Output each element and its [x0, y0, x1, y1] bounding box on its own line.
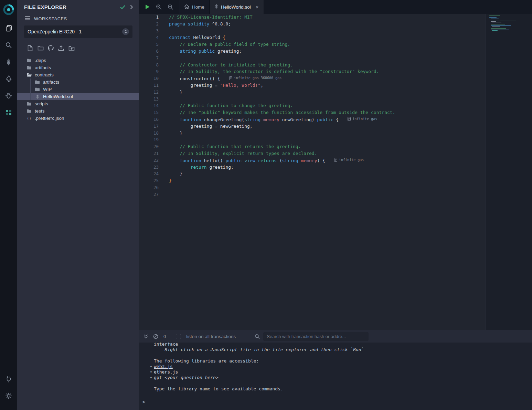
settings-gear-icon[interactable]	[2, 390, 15, 402]
minimap-line	[491, 31, 491, 31]
upload-folder-icon[interactable]	[68, 45, 75, 51]
file-tree-item-artifacts[interactable]: artifacts	[17, 78, 139, 86]
tab-home[interactable]: Home	[179, 0, 210, 14]
line-number: 25	[139, 177, 163, 184]
tab-helloworld-sol[interactable]: HelloWorld.sol ×	[210, 0, 264, 14]
file-tree-item-.deps[interactable]: .deps	[17, 57, 139, 64]
panel-title: FILE EXPLORER	[24, 4, 115, 10]
plugins-icon[interactable]	[2, 106, 15, 119]
zoom-in-icon[interactable]	[168, 4, 173, 10]
folder-icon	[34, 87, 40, 92]
code-line-27: 27	[139, 191, 486, 198]
plugin-manager-icon[interactable]	[2, 373, 15, 385]
code-line-14: 14 // Public function to change the gree…	[139, 102, 486, 109]
code-area[interactable]: 1// SPDX-License-Identifier: MIT2pragma …	[139, 14, 486, 330]
file-name: .deps	[35, 58, 46, 63]
github-clone-icon[interactable]	[47, 45, 54, 51]
file-tree-item-artifacts[interactable]: artifacts	[17, 64, 139, 71]
line-number: 9	[139, 68, 163, 75]
line-number: 27	[139, 191, 163, 198]
file-tree-item-wip[interactable]: WIP	[17, 86, 139, 93]
terminal-search-icon	[255, 334, 260, 339]
solidity-compiler-icon[interactable]	[2, 56, 15, 68]
main-panel: Home HelloWorld.sol × 1// SPDX-License-I…	[139, 0, 532, 410]
terminal-link[interactable]: web3.js	[154, 364, 173, 369]
minimap-line	[491, 25, 518, 25]
folder-icon	[26, 65, 32, 70]
play-button[interactable]	[145, 4, 150, 10]
new-folder-icon[interactable]	[37, 45, 44, 51]
bullet: •	[150, 369, 152, 375]
indent-guide	[30, 86, 31, 93]
line-number: 16	[139, 116, 163, 123]
file-tree-item-helloworld.sol[interactable]: HelloWorld.sol	[17, 93, 139, 100]
code-line-3: 3	[139, 28, 486, 34]
workspace-selector[interactable]: OpenZeppelin ERC20 - 1	[24, 25, 132, 38]
line-number: 24	[139, 170, 163, 177]
code-line-24: 24 }	[139, 170, 486, 177]
terminal-line: The following libraries are accessible:	[154, 358, 532, 364]
code-line-18: 18 }	[139, 130, 486, 137]
folder-open-icon	[26, 73, 32, 77]
workspace-options-icon[interactable]	[122, 28, 129, 35]
line-number: 6	[139, 48, 163, 55]
line-number: 19	[139, 136, 163, 143]
file-tree-item-contracts[interactable]: contracts	[17, 71, 139, 78]
file-tree-item-tests[interactable]: tests	[17, 107, 139, 115]
debugger-icon[interactable]	[2, 90, 15, 102]
line-number: 3	[139, 28, 163, 34]
line-number: 2	[139, 21, 163, 28]
line-number: 1	[139, 14, 163, 21]
terminal-link[interactable]: ethers.js	[154, 369, 178, 375]
solidity-file-icon	[215, 4, 218, 10]
terminal-line: •gpt <your question here>	[154, 375, 532, 380]
minimap-line	[491, 29, 508, 29]
code-line-8: 8 // Constructor to initialize the greet…	[139, 62, 486, 69]
file-tree-item-scripts[interactable]: scripts	[17, 100, 139, 107]
code-line-16: 16 function changeGreeting(string memory…	[139, 116, 486, 123]
minimap-line	[491, 30, 509, 30]
workspaces-label: WORKSPACES	[34, 17, 67, 21]
file-explorer-panel: FILE EXPLORER WORKSPACES OpenZeppelin ER…	[17, 0, 139, 410]
line-number: 4	[139, 34, 163, 41]
terminal-prompt[interactable]: >	[142, 399, 532, 405]
folder-icon	[26, 109, 32, 113]
upload-file-icon[interactable]	[58, 45, 64, 51]
gas-estimate-badge: infinite gas	[334, 157, 364, 164]
file-name: artifacts	[35, 65, 51, 70]
minimap[interactable]	[489, 15, 529, 33]
file-tree: .depsartifactscontractsartifactsWIPHello…	[17, 57, 139, 122]
expand-terminal-icon[interactable]	[143, 334, 148, 339]
workspaces-menu-icon[interactable]	[25, 16, 30, 21]
file-tree-item-.prettierrc.json[interactable]: {}.prettierrc.json	[17, 115, 139, 122]
code-line-1: 1// SPDX-License-Identifier: MIT	[139, 14, 486, 21]
zoom-out-icon[interactable]	[156, 4, 162, 10]
chevron-right-icon[interactable]	[130, 5, 133, 9]
listen-transactions-checkbox[interactable]	[176, 334, 181, 339]
bullet: •	[150, 375, 152, 380]
minimap-line	[491, 28, 506, 29]
terminal-line	[154, 380, 532, 386]
code-line-15: 15 // The "public" keyword makes the fun…	[139, 109, 486, 116]
line-number: 21	[139, 150, 163, 157]
code-editor[interactable]: 1// SPDX-License-Identifier: MIT2pragma …	[139, 14, 532, 330]
line-number: 23	[139, 164, 163, 171]
remix-logo-icon[interactable]	[2, 3, 15, 17]
check-icon[interactable]	[120, 5, 125, 9]
close-tab-icon[interactable]: ×	[256, 4, 259, 10]
clear-console-icon[interactable]	[153, 334, 158, 339]
file-name: .prettierrc.json	[35, 116, 64, 121]
code-line-25: 25}	[139, 177, 486, 184]
terminal-panel: 0 listen on all transactions interface -…	[139, 330, 532, 410]
search-icon[interactable]	[2, 39, 15, 51]
code-line-22: 22 function hello() public view returns …	[139, 157, 486, 164]
line-number: 17	[139, 123, 163, 130]
indent-guide	[30, 78, 31, 86]
deploy-and-run-icon[interactable]	[2, 73, 15, 85]
code-line-4: 4contract HelloWorld {	[139, 34, 486, 41]
terminal-line: •web3.js	[154, 364, 532, 369]
terminal-search-input[interactable]	[263, 332, 369, 341]
file-explorer-icon[interactable]	[2, 22, 15, 34]
new-file-icon[interactable]	[27, 45, 33, 51]
json-icon: {}	[26, 116, 32, 120]
